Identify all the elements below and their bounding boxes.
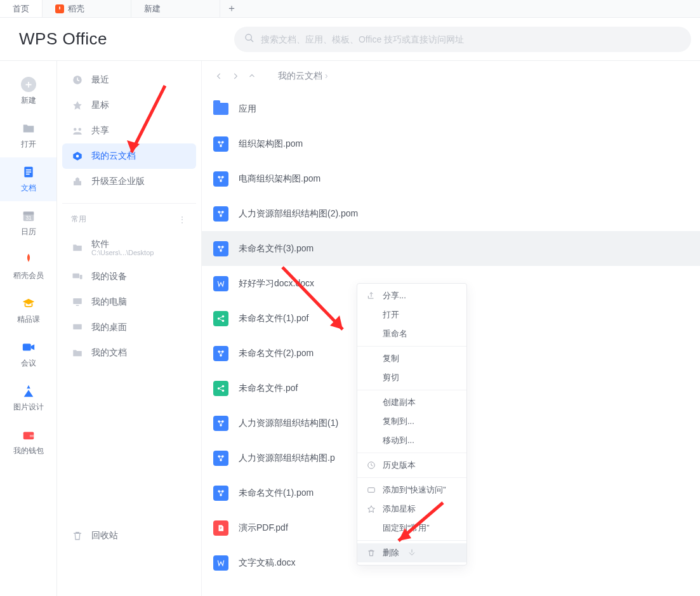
file-name: 人力资源部组织结构图.p: [239, 453, 335, 464]
pom-file-icon: [213, 206, 228, 222]
svg-point-53: [220, 494, 222, 496]
pom-file-icon: [213, 451, 228, 466]
sidebar-item-升级至企业版[interactable]: 升级至企业版: [62, 169, 196, 194]
svg-point-0: [246, 34, 251, 40]
tab-home[interactable]: 首页: [0, 0, 43, 17]
sidebar-item-我的文档[interactable]: 我的文档: [62, 340, 196, 366]
rail-item-稻壳会员[interactable]: 稻壳会员: [0, 245, 56, 289]
svg-point-50: [220, 459, 222, 461]
folder-open-icon: [20, 120, 37, 136]
sidebar-item-最近[interactable]: 最近: [62, 67, 196, 93]
rail-item-打开[interactable]: 打开: [0, 114, 56, 157]
share-icon: [366, 291, 376, 301]
file-name: 未命名文件.pof: [239, 383, 298, 394]
nav-up-icon[interactable]: [246, 70, 258, 82]
sidebar-item-label: 星标: [91, 100, 109, 110]
sidebar-item-我的设备[interactable]: 我的设备: [62, 264, 196, 289]
tab-label: 首页: [13, 3, 29, 15]
file-row[interactable]: 组织架构图.pom: [202, 126, 700, 161]
rail-item-label: 精品课: [17, 314, 40, 325]
svg-point-38: [222, 319, 225, 322]
svg-rect-19: [73, 274, 80, 279]
docx-file-icon: [213, 555, 228, 571]
nav-forward-icon[interactable]: [230, 70, 241, 82]
ctx-copy-to[interactable]: 复制到...: [357, 412, 466, 431]
rail-item-图片设计[interactable]: 图片设计: [0, 376, 56, 420]
svg-rect-7: [23, 212, 34, 215]
star-icon: [366, 504, 376, 514]
left-rail: ＋ 新建 打开 文档31 日历 稻壳会员 精品课 会议 图片设计 我的钱包: [0, 61, 57, 596]
ctx-history[interactable]: 历史版本: [357, 456, 466, 475]
rail-item-label: 我的钱包: [13, 446, 44, 456]
svg-rect-5: [25, 174, 29, 175]
pdf-file-icon: P: [213, 520, 228, 536]
search-box[interactable]: [234, 27, 691, 52]
sidebar-item-共享[interactable]: 共享: [62, 118, 196, 143]
ctx-cut[interactable]: 剪切: [357, 368, 466, 387]
pom-file-icon: [213, 241, 228, 256]
wallet-icon: [20, 427, 37, 443]
tab-daoke[interactable]: 稻壳: [43, 0, 131, 17]
rail-item-精品课[interactable]: 精品课: [0, 289, 56, 333]
rail-item-label: 稻壳会员: [13, 270, 44, 281]
file-row[interactable]: 未命名文件(3).pom: [202, 231, 700, 266]
ctx-add-star[interactable]: 添加星标: [357, 500, 466, 519]
ctx-open[interactable]: 打开: [357, 305, 466, 324]
ctx-pin[interactable]: 固定到“常用”: [357, 519, 466, 538]
sidebar-item-label: 回收站: [91, 530, 118, 541]
star-icon: [71, 99, 84, 112]
sidebar-item-sublabel: C:\Users\...\Desktop: [91, 249, 154, 256]
svg-rect-4: [25, 171, 30, 173]
more-icon[interactable]: ⋮: [178, 215, 187, 224]
image-design-icon: [20, 383, 37, 399]
ctx-copy[interactable]: 复制: [357, 349, 466, 368]
plus-circle-icon: ＋: [20, 76, 37, 93]
svg-rect-3: [25, 169, 30, 171]
sidebar-item-我的电脑[interactable]: 我的电脑: [62, 289, 196, 315]
ctx-delete[interactable]: 删除: [357, 543, 466, 562]
sidebar-item-label: 共享: [91, 125, 109, 135]
file-name: 人力资源部组织结构图(2).pom: [239, 208, 358, 220]
ctx-add-quick[interactable]: 添加到“快速访问”: [357, 480, 466, 500]
ctx-duplicate[interactable]: 创建副本: [357, 393, 466, 412]
trash-icon: [71, 529, 84, 542]
pom-file-icon: [213, 171, 228, 187]
svg-marker-57: [368, 506, 375, 513]
tab-add-button[interactable]: ＋: [220, 2, 243, 15]
breadcrumb[interactable]: 我的云文档›: [278, 70, 328, 82]
rail-item-label: 图片设计: [13, 402, 44, 413]
svg-point-18: [76, 155, 79, 158]
sidebar-trash[interactable]: 回收站: [62, 523, 196, 548]
sidebar-item-星标[interactable]: 星标: [62, 93, 196, 118]
search-input[interactable]: [261, 34, 681, 44]
quick-access-icon: [366, 485, 376, 495]
rail-item-日历[interactable]: 31 日历: [0, 201, 56, 245]
rail-item-会议[interactable]: 会议: [0, 333, 56, 376]
rail-item-我的钱包[interactable]: 我的钱包: [0, 420, 56, 464]
rail-item-label: 日历: [21, 227, 36, 237]
file-name: 好好学习docx.docx: [239, 278, 314, 289]
sidebar-item-label: 我的文档: [91, 347, 127, 357]
svg-point-42: [218, 387, 220, 390]
file-row[interactable]: 电商组织架构图.pom: [202, 161, 700, 196]
sidebar-item-软件[interactable]: 软件C:\Users\...\Desktop: [62, 231, 196, 264]
sidebar-item-label: 我的电脑: [91, 296, 127, 307]
file-row[interactable]: 应用: [202, 91, 700, 126]
svg-rect-23: [73, 324, 82, 329]
ctx-share[interactable]: 分享...: [357, 286, 466, 305]
rail-item-新建[interactable]: ＋ 新建: [0, 70, 56, 114]
svg-point-44: [222, 389, 225, 392]
file-row[interactable]: 人力资源部组织结构图(2).pom: [202, 196, 700, 231]
rail-item-文档[interactable]: 文档: [0, 157, 56, 201]
ctx-move-to[interactable]: 移动到...: [357, 431, 466, 450]
nav-back-icon[interactable]: [213, 70, 225, 82]
file-name: 人力资源部组织结构图(1): [239, 418, 338, 429]
svg-rect-22: [76, 305, 79, 307]
sidebar-item-我的桌面[interactable]: 我的桌面: [62, 315, 196, 340]
ctx-rename[interactable]: 重命名: [357, 324, 466, 343]
svg-marker-14: [73, 101, 82, 110]
tab-new[interactable]: 新建: [131, 0, 220, 17]
tab-strip: 首页 稻壳 新建 ＋: [0, 0, 700, 18]
sidebar-item-label: 最近: [91, 74, 109, 84]
sidebar-item-我的云文档[interactable]: 我的云文档: [62, 143, 196, 169]
